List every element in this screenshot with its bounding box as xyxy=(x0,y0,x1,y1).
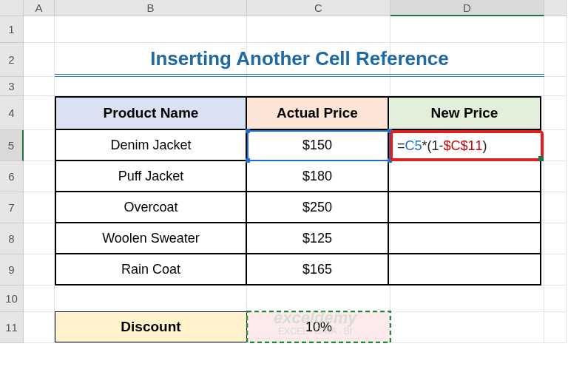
cell[interactable] xyxy=(544,77,567,96)
product-name[interactable]: Denim Jacket xyxy=(55,129,246,160)
discount-label: Discount xyxy=(55,311,247,342)
formula-ref1: C5 xyxy=(405,138,422,154)
column-headers: A B C D xyxy=(0,0,567,16)
cell[interactable] xyxy=(390,312,544,343)
col-header-D[interactable]: D xyxy=(390,0,544,16)
product-name[interactable]: Puff Jacket xyxy=(55,160,246,192)
product-name[interactable]: Overcoat xyxy=(55,192,246,223)
row-header-3[interactable]: 3 xyxy=(0,77,24,96)
cell[interactable] xyxy=(24,77,55,96)
discount-row: Discount 10% xyxy=(55,311,390,342)
select-all-corner[interactable] xyxy=(0,0,24,16)
row-header-8[interactable]: 8 xyxy=(0,223,24,254)
discount-value[interactable]: 10% xyxy=(247,311,390,342)
product-name[interactable]: Rain Coat xyxy=(55,254,246,285)
row-header-5[interactable]: 5 xyxy=(0,130,24,161)
row-header-10[interactable]: 10 xyxy=(0,285,24,312)
cell[interactable] xyxy=(247,16,390,43)
cell[interactable] xyxy=(24,254,55,285)
col-header-C[interactable]: C xyxy=(247,0,390,16)
cell[interactable] xyxy=(55,285,247,312)
cell[interactable] xyxy=(390,285,544,312)
cell[interactable] xyxy=(24,192,55,223)
cell[interactable] xyxy=(544,130,567,161)
cell[interactable] xyxy=(24,130,55,161)
formula-op: *(1- xyxy=(422,138,444,154)
new-price[interactable] xyxy=(388,223,541,254)
row-header-7[interactable]: 7 xyxy=(0,192,24,223)
cell[interactable] xyxy=(544,223,567,254)
data-table: Product Name Actual Price New Price Deni… xyxy=(55,96,541,285)
col-header-extra[interactable] xyxy=(544,0,567,16)
cell[interactable] xyxy=(544,96,567,130)
header-new-price: New Price xyxy=(388,97,541,129)
col-header-B[interactable]: B xyxy=(55,0,247,16)
row-header-11[interactable]: 11 xyxy=(0,312,24,343)
cell[interactable] xyxy=(24,223,55,254)
row-header-2[interactable]: 2 xyxy=(0,43,24,77)
cell[interactable] xyxy=(24,312,55,343)
cell[interactable] xyxy=(247,43,390,77)
cell[interactable] xyxy=(24,285,55,312)
cell[interactable] xyxy=(247,285,390,312)
fill-handle[interactable] xyxy=(538,156,544,161)
new-price[interactable] xyxy=(388,160,541,192)
cell[interactable] xyxy=(544,192,567,223)
cell[interactable] xyxy=(24,96,55,130)
cell[interactable] xyxy=(24,161,55,192)
cell[interactable] xyxy=(544,43,567,77)
cell[interactable] xyxy=(390,43,544,77)
actual-price[interactable]: $180 xyxy=(246,160,388,192)
cell[interactable] xyxy=(390,16,544,43)
formula-eq: = xyxy=(397,138,405,154)
cell[interactable] xyxy=(24,43,55,77)
cell[interactable] xyxy=(544,312,567,343)
product-name[interactable]: Woolen Sweater xyxy=(55,223,246,254)
cell[interactable] xyxy=(55,43,247,77)
formula-end: ) xyxy=(483,138,487,154)
cell[interactable] xyxy=(544,285,567,312)
cell[interactable] xyxy=(544,16,567,43)
row-header-1[interactable]: 1 xyxy=(0,16,24,43)
actual-price[interactable]: $125 xyxy=(246,223,388,254)
cell[interactable] xyxy=(247,77,390,96)
cell[interactable] xyxy=(24,16,55,43)
row-header-6[interactable]: 6 xyxy=(0,161,24,192)
new-price[interactable] xyxy=(388,254,541,285)
actual-price[interactable]: $165 xyxy=(246,254,388,285)
formula-ref2: $C$11 xyxy=(444,138,483,154)
row-header-9[interactable]: 9 xyxy=(0,254,24,285)
actual-price[interactable]: $250 xyxy=(246,192,388,223)
new-price[interactable] xyxy=(388,192,541,223)
active-cell-d5[interactable]: =C5*(1-$C$11) xyxy=(390,130,544,161)
cell[interactable] xyxy=(544,254,567,285)
actual-price[interactable]: $150 xyxy=(246,129,388,160)
row-header-4[interactable]: 4 xyxy=(0,96,24,130)
header-actual-price: Actual Price xyxy=(246,97,388,129)
header-product-name: Product Name xyxy=(55,97,246,129)
col-header-A[interactable]: A xyxy=(24,0,55,16)
cell[interactable] xyxy=(55,77,247,96)
cell[interactable] xyxy=(55,16,247,43)
cell[interactable] xyxy=(544,161,567,192)
cell[interactable] xyxy=(390,77,544,96)
